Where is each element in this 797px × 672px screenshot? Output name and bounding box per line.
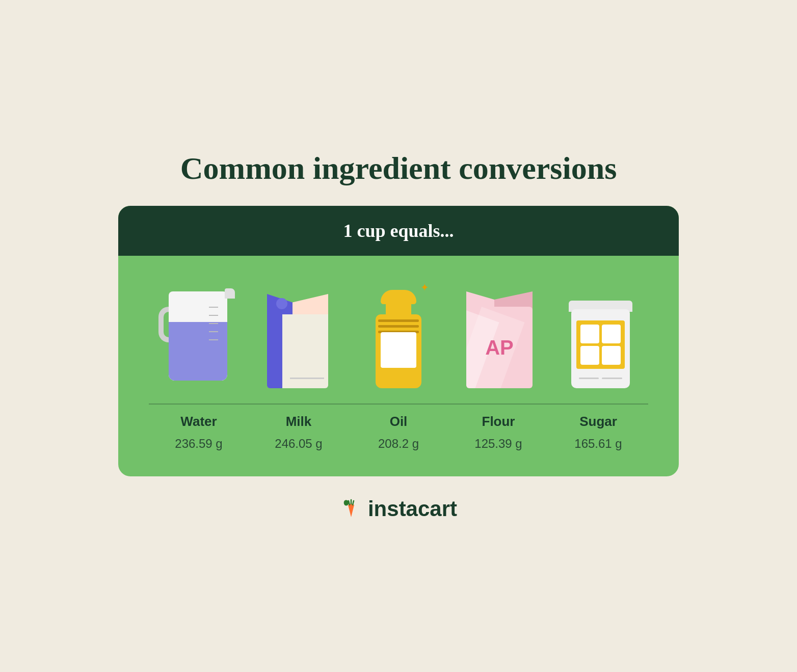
info-card: 1 cup equals... bbox=[118, 206, 679, 476]
card-body: ✦ bbox=[118, 256, 679, 476]
jug-line bbox=[209, 315, 218, 316]
jug-spout bbox=[225, 288, 235, 299]
milk-name: Milk bbox=[286, 414, 312, 429]
water-jug-illustration bbox=[158, 291, 235, 388]
jug-line bbox=[209, 323, 218, 324]
sugar-dot bbox=[580, 325, 599, 343]
jug-line bbox=[209, 331, 218, 332]
water-name: Water bbox=[180, 414, 217, 429]
sugar-label bbox=[576, 320, 625, 369]
jug-lines bbox=[209, 307, 218, 340]
sugar-name: Sugar bbox=[579, 414, 617, 429]
oil-name: Oil bbox=[390, 414, 408, 429]
item-water bbox=[149, 276, 245, 388]
label-water: Water 236.59 g bbox=[149, 404, 249, 451]
jug-line bbox=[209, 307, 218, 308]
flour-icon: AP bbox=[466, 276, 533, 388]
sugar-dash bbox=[579, 378, 599, 379]
label-milk: Milk 246.05 g bbox=[249, 404, 349, 451]
sugar-dot bbox=[602, 325, 621, 343]
oil-value: 208.2 g bbox=[378, 437, 419, 451]
page-title: Common ingredient conversions bbox=[180, 151, 617, 185]
oil-label bbox=[381, 332, 416, 368]
label-sugar: Sugar 165.61 g bbox=[548, 404, 648, 451]
oil-icon: ✦ bbox=[370, 276, 427, 388]
label-oil: Oil 208.2 g bbox=[349, 404, 448, 451]
flour-body: AP bbox=[466, 307, 533, 388]
milk-left bbox=[267, 314, 282, 388]
oil-stripe bbox=[378, 319, 419, 322]
jug-body bbox=[169, 291, 227, 381]
oil-stripes bbox=[376, 319, 421, 333]
instacart-leaf-carrot-icon bbox=[340, 498, 363, 521]
jug-fill bbox=[169, 322, 227, 381]
sugar-value: 165.61 g bbox=[574, 437, 622, 451]
water-value: 236.59 g bbox=[175, 437, 222, 451]
flour-ap-text: AP bbox=[485, 336, 514, 359]
milk-right bbox=[282, 314, 328, 388]
milk-value: 246.05 g bbox=[275, 437, 322, 451]
oil-stripe bbox=[378, 325, 419, 328]
icons-row: ✦ bbox=[149, 276, 648, 388]
sugar-dash bbox=[602, 378, 622, 379]
item-flour: AP bbox=[451, 276, 547, 388]
label-flour: Flour 125.39 g bbox=[448, 404, 548, 451]
labels-row: Water 236.59 g Milk 246.05 g Oil 208.2 g… bbox=[149, 404, 648, 451]
page-wrapper: Common ingredient conversions 1 cup equa… bbox=[118, 151, 679, 521]
sugar-dot bbox=[602, 346, 621, 365]
item-sugar bbox=[552, 276, 648, 388]
sugar-dash-row bbox=[579, 378, 622, 379]
instacart-icon bbox=[340, 498, 363, 521]
milk-line bbox=[290, 378, 324, 379]
sparkle-icon: ✦ bbox=[420, 281, 429, 293]
milk-body bbox=[267, 314, 328, 388]
oil-body bbox=[376, 314, 421, 388]
flour-carton-illustration: AP bbox=[466, 291, 533, 388]
instacart-logo: instacart bbox=[340, 497, 457, 521]
jug-line bbox=[209, 339, 218, 340]
flour-value: 125.39 g bbox=[474, 437, 522, 451]
sugar-jar-illustration bbox=[569, 294, 632, 388]
sugar-body bbox=[571, 309, 630, 388]
card-header: 1 cup equals... bbox=[118, 206, 679, 256]
milk-carton-illustration bbox=[267, 294, 328, 388]
milk-icon bbox=[267, 276, 328, 388]
item-oil: ✦ bbox=[351, 276, 446, 388]
sugar-dot bbox=[580, 346, 599, 365]
item-milk bbox=[250, 276, 346, 388]
oil-bottle-illustration: ✦ bbox=[370, 286, 427, 388]
instacart-brand-text: instacart bbox=[368, 497, 457, 521]
water-icon bbox=[158, 276, 235, 388]
card-header-text: 1 cup equals... bbox=[343, 221, 454, 241]
flour-name: Flour bbox=[482, 414, 515, 429]
sugar-icon bbox=[569, 276, 632, 388]
milk-cap bbox=[276, 298, 287, 309]
